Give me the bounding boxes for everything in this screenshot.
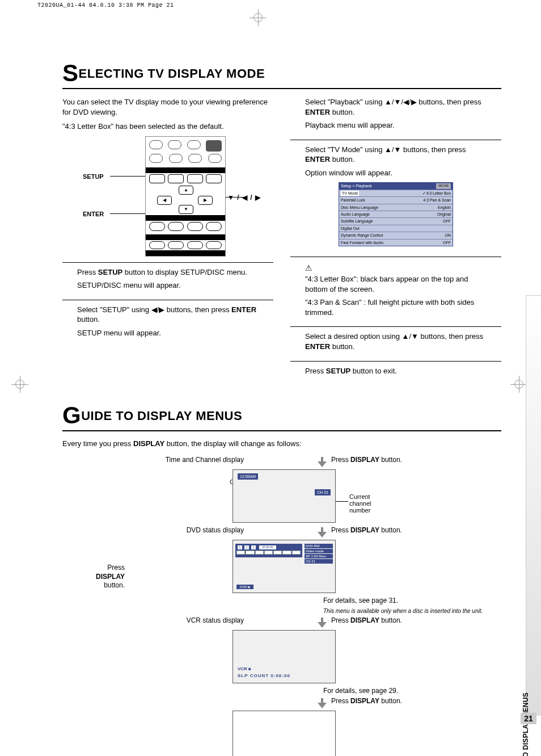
right-step-3b: Playback menu will appear. bbox=[305, 120, 487, 131]
arrow-icon bbox=[318, 698, 326, 708]
dvd-bar: 111 00:00:00 bbox=[235, 544, 302, 557]
vcr-line2: SLP COUNT 0:00:00 bbox=[238, 673, 290, 678]
label-dvd: DVD status display bbox=[142, 526, 250, 534]
right-step-3: Select "Playback" using ▲/▼/◀/▶ buttons,… bbox=[290, 97, 501, 140]
menu-v3: Original bbox=[437, 212, 451, 217]
left-step-1b: SETUP/DISC menu will appear. bbox=[77, 280, 259, 291]
section2-intro: Every time you press DISPLAY button, the… bbox=[62, 439, 501, 448]
menu-k3: Audio Language bbox=[341, 212, 370, 217]
menu-k6: Dynamic Range Control bbox=[341, 233, 383, 238]
left-step-2b: SETUP menu will appear. bbox=[77, 328, 259, 338]
section1-rule bbox=[62, 88, 501, 89]
section1-initial: S bbox=[62, 60, 79, 86]
leader-current-channel bbox=[335, 501, 348, 502]
menu-v2: English bbox=[438, 205, 451, 210]
remote-diagram: SETUP ENTER ▲ / ▼ / ◀ / ▶ ▲▼◀▶ bbox=[83, 136, 253, 261]
menu-k1: Parental Lock bbox=[341, 198, 365, 203]
label-setup: SETUP bbox=[83, 173, 104, 181]
screen-time-channel: 12:00AM CH 21 bbox=[233, 469, 336, 523]
side-tab bbox=[526, 295, 541, 716]
note-letterbox: "4:3 Letter Box": black bars appear on t… bbox=[305, 274, 487, 294]
warn-icon bbox=[305, 264, 487, 272]
section1-columns: You can select the TV display mode to yo… bbox=[62, 97, 501, 385]
remote-image: ▲▼◀▶ bbox=[145, 136, 226, 257]
note-p31: For details, see page 31. bbox=[323, 597, 501, 604]
page-number: 21 bbox=[521, 713, 536, 724]
section1-title: SELECTING TV DISPLAY MODE bbox=[62, 60, 501, 87]
menu-playback: Setup > PlaybackMOVE TV Mode✓4:3 Letter … bbox=[339, 182, 453, 246]
press-1: Press DISPLAY button. bbox=[331, 456, 402, 464]
crop-mark-right bbox=[510, 376, 527, 393]
left-step-1: Press SETUP button to display SETUP/DISC… bbox=[62, 262, 273, 300]
menu-move: MOVE bbox=[436, 183, 451, 188]
badge-time: 12:00AM bbox=[238, 473, 258, 480]
display-flow: PressDISPLAYbutton. Time and Channel dis… bbox=[62, 456, 501, 756]
right-warn: "4:3 Letter Box": black bars appear on t… bbox=[290, 257, 501, 326]
arrow-icon bbox=[318, 457, 326, 467]
callout-current-channel: Currentchannelnumber bbox=[349, 493, 371, 514]
label-vcr: VCR status display bbox=[142, 616, 250, 624]
menu-v4: OFF bbox=[443, 219, 451, 224]
arrow-icon bbox=[318, 527, 326, 537]
menu-v6: ON bbox=[445, 233, 451, 238]
crop-mark-left bbox=[11, 376, 28, 393]
menu-title: Setup > Playback bbox=[341, 183, 372, 188]
press-2: Press DISPLAY button. bbox=[331, 526, 402, 534]
section2-rule bbox=[62, 430, 501, 431]
section1-right: Select "Playback" using ▲/▼/◀/▶ buttons,… bbox=[290, 97, 501, 385]
left-press-label: PressDISPLAYbutton. bbox=[57, 564, 125, 590]
intro-1: You can select the TV display mode to yo… bbox=[62, 97, 273, 117]
left-step-2: Select "SETUP" using ◀/▶ buttons, then p… bbox=[62, 300, 273, 347]
intro-2: "4:3 Letter Box" has been selected as th… bbox=[62, 121, 273, 132]
section2-title-rest: UIDE TO DISPLAY MENUS bbox=[81, 409, 242, 423]
section1-left: You can select the TV display mode to yo… bbox=[62, 97, 273, 385]
menu-v1: 4:3 Pan & Scan bbox=[423, 198, 451, 203]
note-panscan: "4:3 Pan & Scan" : full height picture w… bbox=[305, 297, 487, 317]
menu-k4: Subtitle Language bbox=[341, 219, 373, 224]
leader-setup bbox=[110, 176, 145, 177]
section2-initial: G bbox=[62, 402, 81, 429]
screen-vcr: VCR ■ SLP COUNT 0:00:00 bbox=[233, 630, 336, 683]
screen-blank bbox=[233, 711, 336, 756]
menu-k0: TV Mode bbox=[341, 191, 359, 196]
right-step-5: Select a desired option using ▲/▼ button… bbox=[290, 326, 501, 360]
right-step-4b: Option window will appear. bbox=[305, 168, 487, 178]
press-3: Press DISPLAY button. bbox=[331, 616, 402, 624]
side-text: DAYLIGHT SAVING TIME / SELECTING TV DISP… bbox=[522, 692, 530, 756]
label-time-channel: Time and Channel display bbox=[142, 456, 250, 464]
arrow-icon bbox=[318, 618, 326, 628]
dvd-side: DVD-RW Video mode SP 1:53 Rem. CH 21 bbox=[305, 544, 333, 564]
dvd-foot: DVD ■ bbox=[236, 585, 253, 589]
menu-k2: Disc Menu Language bbox=[341, 205, 378, 210]
note-avail: This menu is available only when a disc … bbox=[323, 608, 501, 614]
menu-v0: ✓4:3 Letter Box bbox=[422, 191, 451, 196]
menu-v7: OFF bbox=[443, 240, 451, 245]
section2-title: GUIDE TO DISPLAY MENUS bbox=[62, 402, 501, 429]
menu-k5: Digital Out bbox=[341, 226, 360, 231]
vcr-line1: VCR ■ bbox=[238, 666, 251, 671]
section1-title-rest: ELECTING TV DISPLAY MODE bbox=[79, 66, 265, 81]
page: T2020UA_01-44 04.8.10 3:38 PM Page 21 DA… bbox=[0, 0, 541, 756]
right-step-4: Select "TV Mode" using ▲/▼ buttons, then… bbox=[290, 140, 501, 257]
crop-mark-top bbox=[250, 9, 267, 26]
menu-k7: Fast Forward with Audio bbox=[341, 240, 383, 245]
label-enter: ENTER bbox=[83, 210, 104, 219]
content: SELECTING TV DISPLAY MODE You can select… bbox=[0, 60, 541, 756]
leader-enter bbox=[110, 213, 145, 214]
badge-channel: CH 21 bbox=[315, 489, 331, 495]
press-4: Press DISPLAY button. bbox=[331, 697, 402, 705]
print-header: T2020UA_01-44 04.8.10 3:38 PM Page 21 bbox=[0, 0, 541, 9]
screen-dvd: 111 00:00:00 DVD-RW Video mode SP 1:53 R… bbox=[233, 540, 336, 593]
note-p29: For details, see page 29. bbox=[323, 687, 501, 695]
right-step-6: Press SETUP button to exit. bbox=[290, 361, 501, 385]
leader-arrows bbox=[226, 197, 245, 198]
